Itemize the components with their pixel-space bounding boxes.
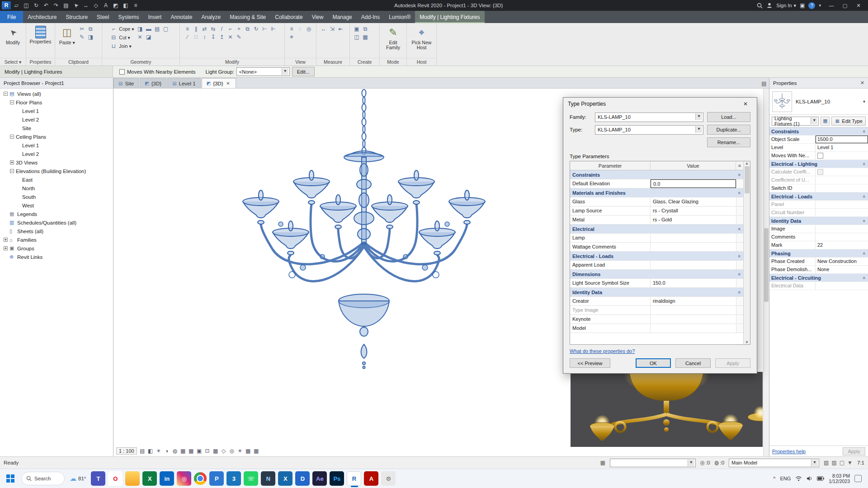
tree-item[interactable]: East xyxy=(0,175,113,184)
parameter-row[interactable]: Electrical xyxy=(570,225,743,234)
property-row[interactable]: Constraints xyxy=(769,127,868,136)
ribbon-icon[interactable] xyxy=(218,33,226,41)
ribbon-icon[interactable] xyxy=(353,33,361,41)
formula-cell[interactable] xyxy=(736,179,743,188)
property-value[interactable] xyxy=(816,233,868,241)
parameter-row[interactable]: Default Elevation 0.0 xyxy=(570,179,743,188)
view-control-icon[interactable] xyxy=(188,447,195,455)
view-control-icon[interactable] xyxy=(220,447,227,455)
taskbar-app-icon[interactable] xyxy=(125,471,140,486)
view-control-icon[interactable] xyxy=(139,447,146,455)
view-control-icon[interactable] xyxy=(204,447,211,455)
property-value[interactable]: New Construction xyxy=(816,258,868,265)
project-browser-header[interactable]: Project Browser - Project1 xyxy=(0,78,113,89)
property-row[interactable]: Moves With Ne... xyxy=(769,152,868,160)
view-tab[interactable]: {3D} ✕ xyxy=(140,78,166,88)
tree-expander-icon[interactable] xyxy=(10,100,14,104)
property-row[interactable]: Electrical Data xyxy=(769,282,868,290)
type-dropdown[interactable]: KLS-LAMP_10 xyxy=(595,125,703,135)
ribbon-tab[interactable]: Steel xyxy=(92,11,113,23)
ribbon-icon[interactable] xyxy=(192,33,200,41)
column-parameter[interactable]: Parameter xyxy=(570,161,651,170)
formula-cell[interactable] xyxy=(736,234,743,242)
parameter-help-link[interactable]: What do these properties do? xyxy=(570,348,635,354)
ribbon-icon[interactable] xyxy=(252,25,260,33)
tree-item[interactable]: Level 1 xyxy=(0,107,113,115)
ribbon-icon[interactable] xyxy=(320,25,328,33)
canvas-vertical-scrollbar[interactable] xyxy=(763,89,769,456)
editing-requests-icon[interactable]: ◎ xyxy=(700,460,705,466)
ribbon-icon[interactable] xyxy=(288,25,296,33)
ribbon-icon[interactable] xyxy=(305,25,313,33)
quick-access-icon[interactable] xyxy=(131,1,140,9)
parameter-value[interactable] xyxy=(651,243,736,251)
property-row[interactable]: Phase Created New Construction xyxy=(769,258,868,266)
view-control-icon[interactable] xyxy=(196,447,203,455)
taskbar-app-icon[interactable] xyxy=(194,472,207,485)
taskbar-app-icon[interactable]: P xyxy=(209,471,224,486)
tree-item[interactable]: South xyxy=(0,192,113,201)
formula-cell[interactable] xyxy=(736,315,743,324)
ribbon-icon[interactable] xyxy=(184,25,192,33)
property-value[interactable] xyxy=(816,184,868,192)
dialog-close-icon[interactable]: ✕ xyxy=(739,99,752,109)
app-store-icon[interactable]: ▣ xyxy=(800,2,805,9)
formula-cell[interactable] xyxy=(736,306,743,314)
ribbon-tab[interactable]: View xyxy=(307,11,328,23)
ribbon-icon[interactable] xyxy=(145,25,153,33)
ribbon-icon[interactable] xyxy=(261,25,269,33)
property-row[interactable]: Electrical - Lighting xyxy=(769,160,868,168)
parameter-value[interactable]: 0.0 xyxy=(651,179,736,188)
tree-expander-icon[interactable] xyxy=(10,169,14,173)
ribbon-tab[interactable]: Massing & Site xyxy=(225,11,270,23)
worksets-icon[interactable]: ▦ xyxy=(600,460,605,466)
ribbon-tab[interactable]: Collaborate xyxy=(270,11,307,23)
chandelier-3d-model[interactable] xyxy=(210,89,518,382)
clock[interactable]: 8:03 PM 1/12/2023 xyxy=(829,473,850,484)
pick-new-host-button[interactable]: Pick New Host xyxy=(410,25,434,50)
property-value[interactable] xyxy=(816,176,868,184)
parameter-row[interactable]: Creator rinaldisign xyxy=(570,297,743,306)
palette-apply-button[interactable]: Apply xyxy=(843,447,865,455)
minimize-button[interactable]: — xyxy=(825,0,838,11)
tree-expander-icon[interactable] xyxy=(4,92,8,96)
quick-access-icon[interactable] xyxy=(52,1,61,9)
tree-item[interactable]: Sheets (all) xyxy=(0,227,113,235)
exclude-options-icon[interactable]: ▧ xyxy=(824,460,829,466)
property-value[interactable]: Level 1 xyxy=(816,144,868,151)
ribbon-icon[interactable] xyxy=(153,25,161,33)
ribbon-tab[interactable]: Systems xyxy=(113,11,143,23)
tree-item[interactable]: Level 2 xyxy=(0,150,113,158)
taskbar-app-icon[interactable]: D xyxy=(295,471,310,486)
family-dropdown[interactable]: KLS-LAMP_10 xyxy=(595,113,703,122)
ribbon-icon[interactable] xyxy=(235,25,243,33)
ribbon-icon[interactable] xyxy=(145,33,153,41)
view-control-icon[interactable] xyxy=(155,447,162,455)
taskbar-app-icon[interactable]: ⚙ xyxy=(381,471,396,486)
parameter-row[interactable]: Apparent Load xyxy=(570,261,743,270)
view-control-icon[interactable] xyxy=(163,447,170,455)
property-value[interactable]: 22 xyxy=(816,241,868,249)
view-control-icon[interactable] xyxy=(179,447,187,455)
taskbar-app-icon[interactable]: ☏ xyxy=(244,471,258,486)
ribbon-icon[interactable] xyxy=(136,25,144,33)
scroll-down-icon[interactable]: ▼ xyxy=(745,340,749,344)
view-control-icon[interactable] xyxy=(228,447,236,455)
taskbar-app-icon[interactable]: Ps xyxy=(330,471,344,486)
quick-access-icon[interactable] xyxy=(12,1,21,9)
type-preview[interactable]: KLS-LAMP_10 ▾ xyxy=(769,89,868,115)
join-button[interactable]: Join ▾ xyxy=(109,42,134,50)
ribbon-tab[interactable]: Manage xyxy=(328,11,356,23)
view-control-icon[interactable] xyxy=(245,447,252,455)
sign-in-button[interactable]: Sign In▾ xyxy=(776,3,796,9)
view-tab[interactable]: {3D} ✕ xyxy=(202,78,236,88)
ribbon-icon[interactable] xyxy=(78,25,86,33)
tree-item[interactable]: Site xyxy=(0,124,113,132)
formula-cell[interactable] xyxy=(736,324,743,333)
load-button[interactable]: Load... xyxy=(707,112,750,122)
property-value[interactable]: 1500.0 xyxy=(816,136,868,143)
taskbar-app-icon[interactable]: R xyxy=(347,471,361,486)
view-control-icon[interactable] xyxy=(212,447,219,455)
quick-access-icon[interactable] xyxy=(71,1,80,9)
formula-cell[interactable] xyxy=(736,197,743,206)
